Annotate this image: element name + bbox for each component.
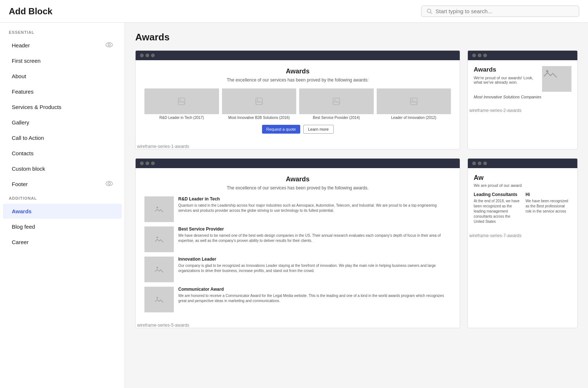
svg-rect-20: [154, 264, 164, 275]
wf5-img-3: [144, 257, 174, 282]
wf7-title: Aw: [474, 174, 571, 182]
sidebar-item-label: Awards: [12, 208, 32, 214]
wf7-col-text-1: At the end of 2018, we have been recogni…: [474, 199, 520, 224]
sidebar-item-features[interactable]: Features: [3, 84, 122, 99]
additional-label: ADDITIONAL: [0, 196, 125, 203]
learn-more-button[interactable]: Learn more: [303, 125, 333, 134]
dot-1: [140, 162, 144, 165]
essential-label: ESSENTIAL: [0, 30, 125, 37]
sidebar: ESSENTIAL Header First screen About Feat…: [0, 23, 125, 388]
wf-s2-title: Awards: [474, 66, 538, 73]
svg-rect-10: [333, 98, 340, 105]
wireframe-card-1[interactable]: Awards The excellence of our services ha…: [135, 50, 460, 149]
wf-s2-subtitle: We're proud of our awards! Look, what we…: [474, 76, 538, 84]
card-label-2: wireframe-series-2-awards: [468, 108, 577, 113]
dot-2: [146, 162, 149, 165]
wf5-img-2: [144, 226, 174, 252]
sidebar-item-label: Header: [12, 42, 30, 48]
cards-top-row: Awards The excellence of our services ha…: [135, 50, 578, 149]
wf5-item-4: Communicator Award We are honored to rec…: [144, 287, 451, 312]
dot-1: [472, 54, 476, 57]
search-icon: [427, 8, 433, 14]
svg-point-21: [157, 267, 158, 268]
wf5-text-3: Innovation Leader Our company is glad to…: [178, 257, 451, 273]
wireframe-card-5[interactable]: Awards The excellence of our services ha…: [135, 158, 460, 328]
dot-3: [151, 54, 155, 57]
dot-3: [483, 162, 487, 165]
wf1-image-item: Most Innovative B2B Solutions (2016): [222, 88, 297, 120]
sidebar-item-custom-block[interactable]: Custom block: [3, 161, 122, 176]
svg-point-3: [108, 44, 110, 46]
svg-rect-16: [154, 204, 164, 214]
wf1-awards-title: Awards: [144, 68, 451, 75]
wf5-item-desc-3: Our company is glad to be recognized as …: [178, 263, 451, 273]
svg-point-9: [257, 99, 258, 101]
wf5-img-1: [144, 196, 174, 222]
sidebar-item-label: Contacts: [12, 150, 33, 156]
card-body-7: Aw We are proud of our award Leading Con…: [468, 168, 577, 230]
wf1-img-3: [299, 88, 374, 114]
sidebar-item-awards[interactable]: Awards: [3, 204, 122, 219]
request-quote-button[interactable]: Request a quote: [262, 125, 301, 134]
wf7-col-1: Leading Consultants At the end of 2018, …: [474, 192, 520, 224]
wf5-item-3: Innovation Leader Our company is glad to…: [144, 257, 451, 282]
sidebar-item-career[interactable]: Career: [3, 235, 122, 250]
sidebar-item-about[interactable]: About: [3, 69, 122, 84]
svg-rect-18: [154, 234, 164, 244]
sidebar-item-header[interactable]: Header: [3, 38, 122, 53]
sidebar-item-contacts[interactable]: Contacts: [3, 146, 122, 161]
sidebar-item-label: Footer: [12, 181, 28, 187]
wf7-cols: Leading Consultants At the end of 2018, …: [474, 192, 571, 224]
sidebar-item-first-screen[interactable]: First screen: [3, 53, 122, 68]
wf5-item-desc-4: We are honored to receive a Communicator…: [178, 293, 451, 304]
card-label-1: wireframe-series-1-awards: [136, 144, 460, 149]
wf1-caption-1: R&D Leader in Tech (2017): [144, 116, 219, 120]
search-bar: [421, 6, 579, 17]
svg-point-11: [334, 99, 336, 101]
card-body-5: Awards The excellence of our services ha…: [136, 168, 460, 320]
dot-2: [478, 162, 481, 165]
card-body-2: Awards We're proud of our awards! Look, …: [468, 60, 577, 105]
wf1-caption-4: Leader of Innovation (2012): [377, 116, 451, 120]
wireframe-card-7[interactable]: Aw We are proud of our award Leading Con…: [467, 158, 578, 328]
wf5-title: Awards: [144, 175, 451, 183]
dot-2: [146, 54, 149, 57]
sidebar-item-call-to-action[interactable]: Call to Action: [3, 130, 122, 145]
wf-s2-badge: Most Innovative Solutions Companies: [474, 95, 571, 99]
svg-rect-8: [256, 98, 262, 105]
card-titlebar-2: [468, 51, 577, 60]
wf1-img-4: [377, 88, 451, 114]
wf1-image-item: Leader of Innovation (2012): [377, 88, 451, 120]
section-title: Awards: [135, 32, 578, 43]
wf7-col-title-1: Leading Consultants: [474, 192, 520, 197]
sidebar-item-services-products[interactable]: Services & Products: [3, 99, 122, 115]
wf1-img-2: [222, 88, 297, 114]
card-body-1: Awards The excellence of our services ha…: [136, 60, 460, 141]
wireframe-card-2[interactable]: Awards We're proud of our awards! Look, …: [467, 50, 578, 149]
wf7-col-2: Hi We have been recognized as the Best p…: [526, 192, 571, 224]
sidebar-item-label: Gallery: [12, 119, 29, 126]
dot-3: [151, 162, 155, 165]
svg-rect-6: [178, 98, 185, 105]
svg-rect-22: [154, 294, 164, 305]
wf1-buttons: Request a quote Learn more: [144, 125, 451, 134]
sidebar-item-gallery[interactable]: Gallery: [3, 115, 122, 130]
wf7-subtitle: We are proud of our award: [474, 183, 571, 188]
svg-point-17: [157, 207, 158, 208]
sidebar-item-footer[interactable]: Footer: [3, 177, 122, 192]
wf1-img-1: [144, 88, 219, 114]
body-row: ESSENTIAL Header First screen About Feat…: [0, 23, 588, 388]
wf5-item-title-4: Communicator Award: [178, 287, 451, 292]
search-input[interactable]: [435, 8, 574, 14]
sidebar-item-label: Features: [12, 88, 33, 95]
wf5-items: R&D Leader in Tech Quantum is rated in t…: [144, 196, 451, 312]
card-titlebar-5: [136, 159, 460, 168]
svg-rect-14: [542, 66, 557, 81]
wf5-text-2: Best Service Provider We have deserved t…: [178, 226, 451, 243]
dot-3: [483, 54, 487, 57]
sidebar-item-blog-feed[interactable]: Blog feed: [3, 219, 122, 234]
wf5-item-2: Best Service Provider We have deserved t…: [144, 226, 451, 252]
main-content: Awards Awards The excellence of our serv…: [125, 23, 588, 388]
svg-point-19: [157, 237, 158, 238]
wf5-subtitle: The excellence of our services has been …: [144, 185, 451, 191]
